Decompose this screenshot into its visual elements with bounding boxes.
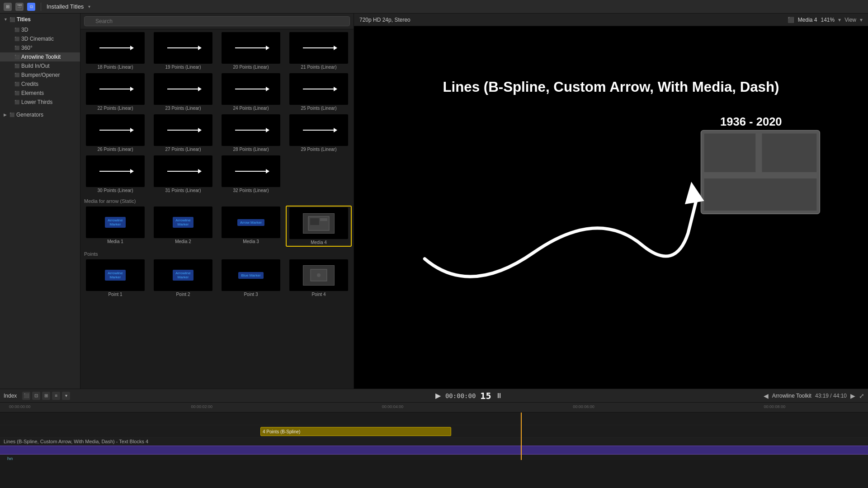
- yellow-clip[interactable]: 4 Points (B-Spline): [260, 427, 451, 436]
- dropdown-zoom-icon[interactable]: ▾: [838, 17, 841, 23]
- search-container: 🔍: [84, 16, 350, 26]
- thumb-box-point4: [289, 259, 348, 291]
- sidebar-item-elements[interactable]: ⬛ Elements: [0, 89, 80, 98]
- nav-next-button[interactable]: ▶: [850, 392, 855, 399]
- tool-monitor-icon[interactable]: ⬛: [22, 392, 30, 400]
- thumb-item-23pts[interactable]: 23 Points (Linear): [150, 72, 216, 112]
- sidebar-item-build-in-out-label: Build In/Out: [21, 63, 76, 69]
- thumb-item-19pts[interactable]: 19 Points (Linear): [150, 31, 216, 70]
- timecode-display: 00:00:00: [445, 392, 476, 399]
- linear-arrows-grid-4: 30 Points (Linear) 31 Points (Linear) 32…: [82, 155, 352, 194]
- thumb-label-27pts: 27 Points (Linear): [151, 147, 215, 152]
- yellow-clip-label: 4 Points (B-Spline): [263, 429, 300, 434]
- bg-label-row: bg: [0, 455, 868, 460]
- thumb-item-point3[interactable]: Blue Marker Point 3: [218, 258, 284, 298]
- installed-titles-label[interactable]: Installed Titles: [47, 3, 84, 10]
- sidebar-item-arrowline[interactable]: ⬛ Arrowline Toolkit: [0, 52, 80, 61]
- titles-scroll[interactable]: 18 Points (Linear) 19 Points (Linear) 20…: [80, 29, 354, 389]
- tool-layers-icon[interactable]: ≡: [52, 392, 60, 400]
- dropdown-arrow-icon[interactable]: ▾: [88, 4, 90, 9]
- thumb-box-28pts: [222, 114, 280, 146]
- tool-chevron-icon[interactable]: ▾: [62, 392, 70, 400]
- linear-arrows-grid-3: 26 Points (Linear) 27 Points (Linear) 28…: [82, 113, 352, 153]
- ruler-time-6: 00:00:06:00: [573, 404, 594, 409]
- thumb-box-point3: Blue Marker: [222, 259, 280, 291]
- thumb-label-point4: Point 4: [287, 292, 351, 297]
- thumb-label-23pts: 23 Points (Linear): [151, 106, 215, 111]
- thumb-item-29pts[interactable]: 29 Points (Linear): [286, 113, 352, 153]
- thumb-item-point1[interactable]: ArrowlineMarker Point 1: [82, 258, 148, 298]
- svg-text:Lines (B-Spline, Custom Arrow,: Lines (B-Spline, Custom Arrow, With Medi…: [443, 79, 779, 95]
- index-label[interactable]: Index: [4, 393, 17, 399]
- thumb-box-point2: ArrowlineMarker: [154, 259, 212, 291]
- thumb-box-point1: ArrowlineMarker: [86, 259, 145, 291]
- thumb-item-media4[interactable]: Media 4: [286, 206, 352, 247]
- sidebar-item-3d[interactable]: ⬛ 3D: [0, 25, 80, 34]
- svg-rect-8: [762, 134, 816, 172]
- dropdown-view-icon[interactable]: ▾: [860, 17, 863, 23]
- thumb-item-point2[interactable]: ArrowlineMarker Point 2: [150, 258, 216, 298]
- sidebar-item-lower-thirds-label: Lower Thirds: [21, 99, 76, 105]
- preview-media-title: Media 4: [798, 17, 817, 23]
- thumb-item-27pts[interactable]: 27 Points (Linear): [150, 113, 216, 153]
- thumb-item-20pts[interactable]: 20 Points (Linear): [218, 31, 284, 70]
- sidebar-item-arrowline-label: Arrowline Toolkit: [21, 54, 76, 60]
- thumb-box-30pts: [86, 155, 145, 187]
- nav-prev-button[interactable]: ◀: [764, 392, 769, 399]
- thumb-item-28pts[interactable]: 28 Points (Linear): [218, 113, 284, 153]
- preview-monitor-icon[interactable]: ⬛: [788, 17, 794, 23]
- sidebar-item-bumper-opener[interactable]: ⬛ Bumper/Opener: [0, 70, 80, 80]
- thumb-item-25pts[interactable]: 25 Points (Linear): [286, 72, 352, 112]
- sidebar-item-credits[interactable]: ⬛ Credits: [0, 80, 80, 89]
- thumb-box-media2: ArrowlineMarker: [154, 206, 212, 238]
- track-label-text: Lines (B-Spline, Custom Arrow, With Medi…: [4, 439, 148, 444]
- point1-inner: ArrowlineMarker: [105, 270, 125, 281]
- tool-transform-icon[interactable]: ⊞: [42, 392, 50, 400]
- sidebar-item-3d-cinematic-label: 3D Cinematic: [21, 36, 76, 42]
- thumb-label-28pts: 28 Points (Linear): [219, 147, 283, 152]
- thumb-item-30pts[interactable]: 30 Points (Linear): [82, 155, 148, 194]
- thumb-item-media1[interactable]: ArrowlineMarker Media 1: [82, 206, 148, 247]
- search-input[interactable]: [84, 16, 350, 26]
- app-icon-film[interactable]: 🎬: [15, 3, 24, 11]
- media1-inner: ArrowlineMarker: [105, 217, 125, 228]
- sidebar-item-lower-thirds[interactable]: ⬛ Lower Thirds: [0, 98, 80, 107]
- timeline-tracks: 4 Points (B-Spline) Lines (B-Spline, Cus…: [0, 413, 868, 460]
- thumb-item-21pts[interactable]: 21 Points (Linear): [286, 31, 352, 70]
- app-icon-layers[interactable]: ⧉: [27, 3, 35, 11]
- linear-arrows-grid-2: 22 Points (Linear) 23 Points (Linear) 24…: [82, 72, 352, 112]
- thumb-item-point4[interactable]: Point 4: [286, 258, 352, 298]
- thumb-box-media3: Arrow Marker: [222, 206, 280, 238]
- thumb-box-media1: ArrowlineMarker: [86, 206, 145, 238]
- thumb-box-32pts: [222, 155, 280, 187]
- thumb-item-31pts[interactable]: 31 Points (Linear): [150, 155, 216, 194]
- thumb-item-22pts[interactable]: 22 Points (Linear): [82, 72, 148, 112]
- sidebar-item-3d-cinematic[interactable]: ⬛ 3D Cinematic: [0, 34, 80, 43]
- thumb-label-31pts: 31 Points (Linear): [151, 188, 215, 193]
- middle-panel: 🔍 18 Points (Linear): [80, 14, 354, 389]
- thumb-box-22pts: [86, 73, 145, 105]
- fullscreen-icon[interactable]: ⤢: [859, 392, 864, 399]
- thumb-item-24pts[interactable]: 24 Points (Linear): [218, 72, 284, 112]
- sidebar-item-build-in-out[interactable]: ⬛ Build In/Out: [0, 61, 80, 70]
- point4-inner: [303, 265, 335, 286]
- thumb-box-24pts: [222, 73, 280, 105]
- preview-controls: ⬛ Media 4 141% ▾ View ▾: [788, 17, 863, 23]
- tool-crop-icon[interactable]: ⊡: [32, 392, 40, 400]
- play-button[interactable]: ▶: [435, 391, 441, 400]
- media4-inner: [303, 213, 335, 234]
- sidebar-item-generators[interactable]: ▶ ⬛ Generators: [0, 110, 80, 119]
- thumb-item-32pts[interactable]: 32 Points (Linear): [218, 155, 284, 194]
- thumb-item-media3[interactable]: Arrow Marker Media 3: [218, 206, 284, 247]
- thumb-item-media2[interactable]: ArrowlineMarker Media 2: [150, 206, 216, 247]
- thumb-item-18pts[interactable]: 18 Points (Linear): [82, 31, 148, 70]
- playhead[interactable]: [521, 413, 522, 460]
- thumb-label-24pts: 24 Points (Linear): [219, 106, 283, 111]
- app-icon-grid[interactable]: ⊞: [4, 3, 12, 11]
- preview-zoom[interactable]: 141%: [821, 17, 835, 23]
- view-label[interactable]: View: [844, 17, 856, 23]
- sidebar-item-360[interactable]: ⬛ 360°: [0, 43, 80, 52]
- thumb-item-26pts[interactable]: 26 Points (Linear): [82, 113, 148, 153]
- thumb-label-30pts: 30 Points (Linear): [83, 188, 147, 193]
- pause-button[interactable]: ⏸: [495, 392, 503, 400]
